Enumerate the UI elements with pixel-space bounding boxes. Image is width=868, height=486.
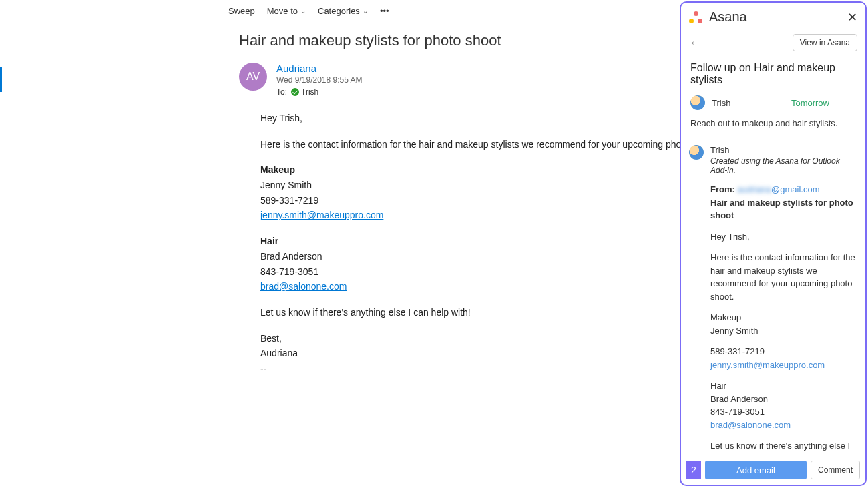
commenter-avatar: [689, 145, 704, 160]
move-to-button[interactable]: Move to ⌄: [267, 6, 306, 16]
assignee-name: Trish: [712, 98, 730, 108]
sweep-button[interactable]: Sweep: [228, 6, 255, 16]
chevron-down-icon: ⌄: [363, 7, 368, 15]
sent-date: Wed 9/19/2018 9:55 AM: [276, 75, 691, 85]
asana-panel: Asana ✕ ← View in Asana Follow up on Hai…: [680, 1, 867, 486]
mail-list-pane: [0, 0, 220, 486]
due-date[interactable]: Tomorrow: [791, 98, 829, 108]
hair-email-link[interactable]: brad@salonone.com: [260, 281, 347, 292]
more-actions-button[interactable]: •••: [380, 6, 389, 16]
comments-section[interactable]: Trish Created using the Asana for Outloo…: [681, 138, 865, 455]
embedded-subject: Hair and makeup stylists for photo shoot: [710, 198, 853, 221]
sender-name[interactable]: Audriana: [276, 63, 691, 74]
view-in-asana-button[interactable]: View in Asana: [793, 34, 857, 51]
chevron-down-icon: ⌄: [300, 7, 306, 15]
from-label: From:: [710, 184, 735, 194]
assignee-avatar: [690, 95, 705, 110]
task-description: Reach out to makeup and hair stylists.: [681, 115, 865, 138]
comment-meta: Created using the Asana for Outlook Add-…: [710, 156, 857, 175]
embedded-hair-email-link[interactable]: brad@salonone.com: [710, 420, 791, 430]
close-button[interactable]: ✕: [847, 10, 857, 25]
asana-logo-icon: [689, 11, 702, 23]
back-button[interactable]: ←: [689, 36, 701, 50]
add-email-button[interactable]: Add email: [705, 461, 807, 479]
to-label: To:: [276, 87, 287, 97]
recipient[interactable]: Trish: [291, 87, 318, 97]
annotation-badge-2: 2: [686, 461, 701, 479]
from-email-blurred: audriana: [737, 184, 771, 194]
categories-button[interactable]: Categories ⌄: [318, 6, 368, 16]
commenter-name: Trish: [710, 145, 857, 155]
from-email-link[interactable]: @gmail.com: [771, 184, 819, 194]
asana-brand: Asana: [689, 9, 747, 25]
makeup-email-link[interactable]: jenny.smith@makeuppro.com: [260, 210, 383, 220]
embedded-makeup-email-link[interactable]: jenny.smith@makeuppro.com: [710, 360, 825, 370]
sender-avatar: AV: [239, 63, 267, 91]
comment-button[interactable]: Comment: [811, 461, 860, 479]
task-title: Follow up on Hair and makeup stylists: [681, 58, 865, 90]
presence-icon: [291, 88, 299, 96]
selected-item-indicator: [0, 67, 2, 92]
